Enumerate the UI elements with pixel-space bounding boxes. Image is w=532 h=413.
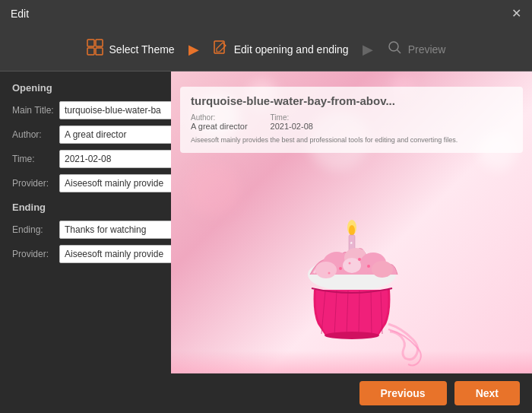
provider-label: Provider: xyxy=(12,178,59,189)
right-preview: turquoise-blue-water-bay-from-abov... Au… xyxy=(171,71,532,373)
preview-overlay: turquoise-blue-water-bay-from-abov... Au… xyxy=(180,87,523,153)
arrow-2-icon: ▶ xyxy=(363,41,373,58)
step-preview-label: Preview xyxy=(408,43,446,56)
preview-background: turquoise-blue-water-bay-from-abov... Au… xyxy=(171,71,532,373)
time-label: Time: xyxy=(12,154,59,164)
preview-title: turquoise-blue-water-bay-from-abov... xyxy=(191,94,512,107)
author-label: Author: xyxy=(12,129,59,140)
provider2-input[interactable] xyxy=(59,245,184,263)
svg-point-16 xyxy=(315,262,337,278)
left-panel: Opening Main Title: Author: Time: Provid… xyxy=(0,71,171,373)
step-edit-label: Edit opening and ending xyxy=(234,43,349,56)
main-title-label: Main Title: xyxy=(12,105,59,116)
step-select-theme-label: Select Theme xyxy=(109,43,175,56)
svg-point-26 xyxy=(339,267,342,270)
provider-input[interactable] xyxy=(59,174,184,192)
toolbar: Select Theme ▶ Edit opening and ending ▶… xyxy=(0,27,532,71)
step-preview[interactable]: Preview xyxy=(373,40,460,59)
preview-author-value: A great director xyxy=(191,122,248,131)
svg-point-5 xyxy=(389,42,398,51)
svg-line-6 xyxy=(397,50,401,54)
title-bar: Edit ✕ xyxy=(0,0,532,27)
svg-point-25 xyxy=(325,332,379,339)
main-content: Opening Main Title: Author: Time: Provid… xyxy=(0,71,532,373)
svg-point-29 xyxy=(367,265,370,268)
main-title-input[interactable] xyxy=(59,101,184,119)
time-row: Time: xyxy=(12,150,159,168)
time-input[interactable] xyxy=(59,150,184,168)
preview-meta-row: Author: A great director Time: 2021-02-0… xyxy=(191,113,512,131)
svg-point-30 xyxy=(328,272,330,275)
author-row: Author: xyxy=(12,125,159,144)
edit-icon xyxy=(213,40,228,59)
theme-icon xyxy=(87,39,103,59)
cupcake-illustration: ★ ★ xyxy=(171,177,532,373)
preview-time-col: Time: 2021-02-08 xyxy=(271,113,313,131)
author-input[interactable] xyxy=(59,125,184,144)
svg-point-28 xyxy=(348,262,350,265)
preview-icon xyxy=(387,40,402,59)
preview-description: Aiseesoft mainly provides the best and p… xyxy=(191,135,512,145)
bottom-bar: Previous Next xyxy=(0,373,532,413)
svg-point-8 xyxy=(349,225,355,236)
svg-rect-1 xyxy=(96,40,103,46)
svg-point-27 xyxy=(358,258,361,261)
preview-time-value: 2021-02-08 xyxy=(271,122,313,131)
svg-rect-2 xyxy=(87,48,94,55)
svg-rect-0 xyxy=(87,40,94,46)
ending-row: Ending: xyxy=(12,221,159,239)
arrow-1-icon: ▶ xyxy=(188,41,199,58)
opening-header: Opening xyxy=(12,82,159,94)
svg-rect-3 xyxy=(96,48,103,55)
preview-time-label: Time: xyxy=(271,113,313,122)
provider-row: Provider: xyxy=(12,174,159,192)
preview-author-col: Author: A great director xyxy=(191,113,248,131)
window-title: Edit xyxy=(11,8,29,20)
provider2-row: Provider: xyxy=(12,245,159,263)
ending-header: Ending xyxy=(12,202,159,213)
step-select-theme[interactable]: Select Theme xyxy=(73,39,188,59)
provider2-label: Provider: xyxy=(12,249,59,259)
ending-label: Ending: xyxy=(12,224,59,235)
close-button[interactable]: ✕ xyxy=(511,8,521,20)
previous-button[interactable]: Previous xyxy=(359,381,447,405)
svg-point-17 xyxy=(372,261,393,278)
ending-input[interactable] xyxy=(59,221,184,239)
next-button[interactable]: Next xyxy=(454,381,520,405)
step-edit-opening[interactable]: Edit opening and ending xyxy=(199,40,363,59)
main-title-row: Main Title: xyxy=(12,101,159,119)
preview-author-label: Author: xyxy=(191,113,248,122)
